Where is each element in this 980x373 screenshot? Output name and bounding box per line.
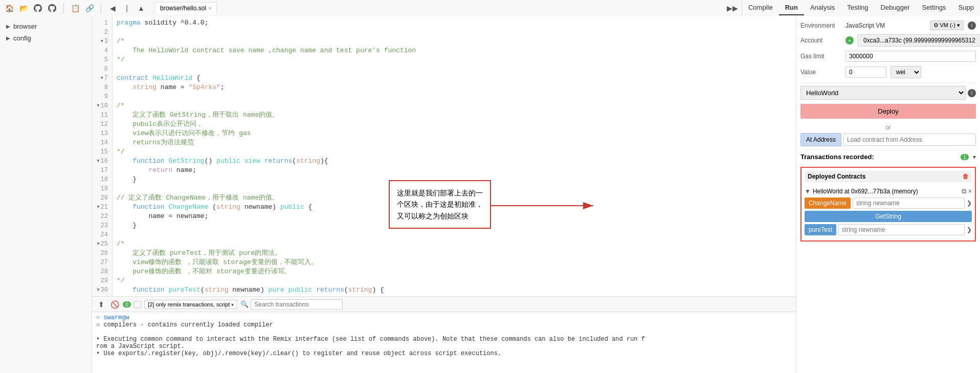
instance-close-icon[interactable]: ×: [968, 188, 972, 195]
home-icon[interactable]: 🏠: [4, 3, 14, 13]
at-address-button[interactable]: At Address: [800, 133, 841, 146]
line-num-9: 9: [92, 92, 112, 101]
line-num-26: 26: [92, 249, 112, 258]
wei-select[interactable]: wei: [890, 66, 921, 78]
value-label: Value: [800, 69, 841, 76]
bottom-expand-icon[interactable]: ⬆: [96, 299, 106, 310]
log-line-4: • Executing common command to interact w…: [96, 336, 792, 343]
more-icon[interactable]: ▶▶: [727, 3, 738, 13]
value-input[interactable]: [845, 67, 886, 78]
code-line-8: string name = "Sp4rks";: [117, 83, 792, 92]
environment-value: JavaScript VM: [845, 22, 926, 29]
line-num-17: 17: [92, 166, 112, 175]
deployed-contracts-section: Deployed Contracts 🗑 ▼ HelloWorld at 0x6…: [800, 167, 976, 242]
fn-puretest-expand[interactable]: ❯: [967, 226, 972, 233]
code-lines: pragma solidity ^0.4.0; /* The HelloWorl…: [113, 16, 796, 296]
code-line-2: [117, 28, 792, 37]
deployed-contracts-trash-icon[interactable]: 🗑: [963, 173, 969, 180]
line-num-1: 1: [92, 18, 112, 28]
filter-dropdown-arrow: ▾: [231, 302, 234, 308]
editor-area: 1 2 ▼3 4 5 6 ▼7 8 9 ▼10 11 12 13 14 15 ▼…: [92, 16, 796, 373]
code-line-12: pubulc表示公开访问，: [117, 120, 792, 129]
environment-row: Environment JavaScript VM ⚙ VM (-) ▾ i: [800, 20, 976, 30]
transactions-expand-icon: ▾: [973, 153, 976, 161]
fn-puretest-input[interactable]: [838, 224, 965, 235]
contract-info-icon[interactable]: i: [968, 89, 976, 97]
account-label: Account: [800, 37, 841, 44]
fn-puretest-row: pureTest ❯: [805, 224, 972, 235]
search-input[interactable]: [251, 299, 343, 310]
line-num-19: 19: [92, 184, 112, 193]
line-num-4: 4: [92, 46, 112, 55]
clipboard-icon[interactable]: 📋: [70, 3, 80, 13]
nav-forward-icon[interactable]: ▲: [136, 3, 146, 13]
code-line-16: function GetString() public view returns…: [117, 157, 792, 166]
line-num-13: 13: [92, 129, 112, 138]
contract-select[interactable]: HelloWorld: [800, 86, 966, 100]
annotation-arrow-svg: [491, 195, 604, 216]
code-line-14: returns为语法规范: [117, 138, 792, 147]
code-line-27: view修饰的函数 ，只能读取 storage变量的值，不能写入。: [117, 258, 792, 267]
tab-settings[interactable]: Settings: [916, 1, 952, 15]
fn-changename-expand[interactable]: ❯: [967, 200, 972, 207]
vm-badge[interactable]: ⚙ VM (-) ▾: [930, 20, 964, 30]
fn-getstring-row: GetString: [805, 211, 972, 222]
transactions-row[interactable]: Transactions recorded: 1 ▾: [800, 149, 976, 164]
nav-back-icon[interactable]: ◀: [107, 3, 118, 13]
at-address-row: At Address: [800, 133, 976, 146]
file-tab-hello-sol[interactable]: browser/hello.sol ×: [154, 2, 217, 14]
fn-puretest-button[interactable]: pureTest: [805, 224, 836, 235]
line-num-7: ▼7: [92, 74, 112, 83]
vm-badge-label: VM (-) ▾: [940, 22, 960, 29]
sidebar-item-config-label: config: [13, 34, 31, 42]
file-tab-label: browser/hello.sol: [160, 5, 206, 12]
code-editor[interactable]: 1 2 ▼3 4 5 6 ▼7 8 9 ▼10 11 12 13 14 15 ▼…: [92, 16, 796, 296]
code-line-10: /*: [117, 101, 792, 111]
gas-limit-row: Gas limit: [800, 51, 976, 62]
file-tab-close[interactable]: ×: [208, 5, 211, 11]
sidebar-item-config[interactable]: ▶ config: [0, 32, 92, 44]
link-icon[interactable]: 🔗: [84, 3, 95, 13]
github-icon[interactable]: [33, 3, 43, 13]
code-line-15: */: [117, 147, 792, 157]
environment-info-icon[interactable]: i: [968, 21, 976, 30]
account-select[interactable]: 0xca3...a733c (99.999999999999965312: [858, 34, 980, 47]
instance-copy-icon[interactable]: ⧉: [962, 187, 966, 195]
folder-open-icon[interactable]: 📂: [18, 3, 29, 13]
line-num-20: 20: [92, 193, 112, 203]
line-num-24: 24: [92, 230, 112, 239]
instance-expand-icon[interactable]: ▼: [805, 188, 811, 195]
sidebar-item-browser[interactable]: ▶ browser: [0, 20, 92, 32]
tab-analysis[interactable]: Analysis: [804, 1, 841, 15]
log-line-3: [96, 328, 792, 336]
github-alt-icon[interactable]: [47, 3, 57, 13]
fn-changename-button[interactable]: ChangeName: [805, 198, 851, 209]
line-num-25: ▼25: [92, 239, 112, 249]
at-address-input[interactable]: [843, 134, 976, 146]
tab-run[interactable]: Run: [779, 1, 804, 15]
search-container: 🔍: [240, 299, 343, 310]
tab-testing[interactable]: Testing: [841, 1, 874, 15]
tab-debugger[interactable]: Debugger: [875, 1, 916, 15]
nav-divider-icon: |: [122, 3, 132, 13]
deploy-button[interactable]: Deploy: [800, 104, 976, 119]
fn-getstring-button[interactable]: GetString: [805, 211, 972, 222]
bottom-clear-icon[interactable]: 🚫: [109, 299, 120, 310]
code-line-24: [117, 230, 792, 239]
line-num-28: 28: [92, 267, 112, 276]
line-num-6: 6: [92, 64, 112, 74]
right-panel: Environment JavaScript VM ⚙ VM (-) ▾ i A…: [796, 16, 980, 373]
tab-compile[interactable]: Compile: [742, 1, 779, 15]
line-num-8: 8: [92, 83, 112, 92]
fn-changename-input[interactable]: [853, 198, 965, 209]
account-plus-icon[interactable]: +: [845, 36, 854, 45]
tab-support[interactable]: Supp: [952, 1, 980, 15]
value-row: Value wei: [800, 66, 976, 78]
environment-label: Environment: [800, 22, 841, 29]
filter-dropdown[interactable]: [2] only remix transactions, script ▾: [144, 300, 237, 309]
line-num-16: ▼16: [92, 157, 112, 166]
gas-limit-input[interactable]: [845, 51, 976, 62]
deployed-contracts-title: Deployed Contracts: [808, 173, 963, 180]
bottom-checkbox[interactable]: [134, 301, 141, 308]
code-line-6: [117, 64, 792, 74]
